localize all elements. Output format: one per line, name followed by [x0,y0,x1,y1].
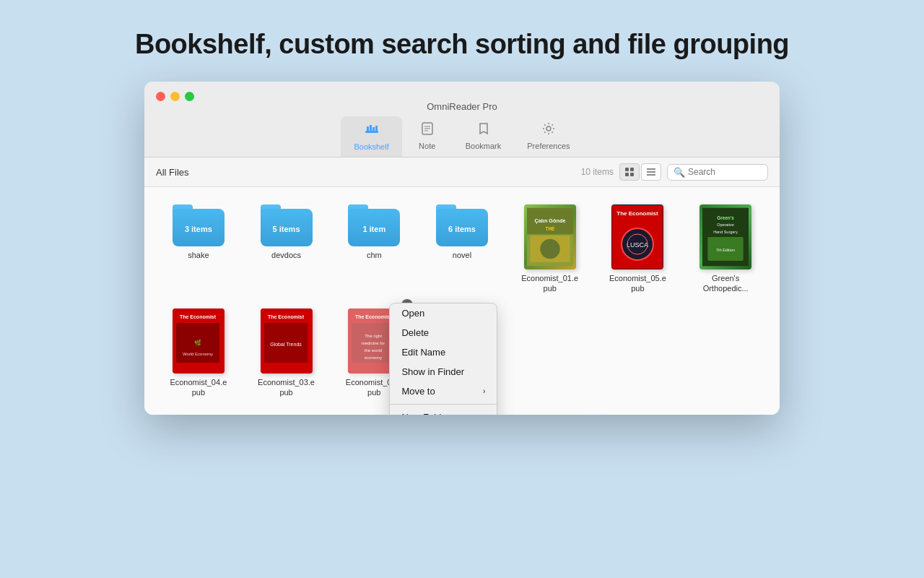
file-name-economist05: Economist_05.epub [609,273,666,294]
bookshelf-icon [364,121,380,140]
bookshelf-label: Bookshelf [354,142,388,151]
svg-text:🌿: 🌿 [194,339,201,346]
svg-text:The Economist: The Economist [267,314,304,319]
svg-rect-0 [365,131,378,133]
context-menu-edit-name[interactable]: Edit Name [390,342,497,362]
context-menu-open[interactable]: Open [390,303,497,323]
file-name-shake: shake [188,250,209,260]
grid-view-button[interactable] [619,163,640,181]
svg-rect-10 [625,168,629,171]
folder-icon-chm: 1 item [348,204,400,246]
book-cover-economist01: Çalın Gönde THE [524,204,576,269]
file-name-novel: novel [453,250,471,260]
svg-text:Global Trends: Global Trends [270,342,302,347]
context-menu-move-to[interactable]: Move to › [390,381,497,401]
folder-icon-novel: 6 items [436,204,488,246]
folder-count-devdocs: 5 items [273,225,300,233]
content-area: All Files 10 items [144,158,780,415]
file-name-economist01: Economist_01.epub [521,273,579,294]
search-icon: 🔍 [674,167,685,178]
file-item-economist03[interactable]: The Economist Global Trends Economist_03… [244,303,329,404]
file-item-economist01[interactable]: Çalın Gönde THE Economist_01.epub [507,199,593,300]
bookmark-icon [476,121,491,139]
file-item-economist05[interactable]: The Economist LUSCA Economist_05.epub [596,199,681,300]
toolbar-bookmark[interactable]: Bookmark [453,117,515,156]
svg-rect-3 [372,127,375,131]
svg-text:medicine for: medicine for [362,341,385,345]
file-item-shake[interactable]: 3 items shake [156,199,241,300]
file-item-green[interactable]: Green's Operative Hand Surgery 7th Editi… [683,199,768,300]
svg-text:The right: The right [365,334,382,338]
file-name-economist04: Economist_04.epub [170,377,227,398]
view-toggle [619,163,661,181]
folder-icon-shake: 3 items [173,204,225,246]
minimize-button[interactable] [170,92,180,101]
folder-count-novel: 6 items [448,225,476,233]
file-name-devdocs: devdocs [271,250,301,260]
svg-text:the world: the world [365,348,382,353]
content-toolbar: All Files 10 items [144,158,780,187]
search-box[interactable]: 🔍 [667,164,768,181]
preferences-label: Preferences [527,142,570,150]
book-cover-economist04: The Economist 🌿 World Economy [173,309,225,374]
move-to-chevron: › [483,387,485,395]
svg-text:The Economist: The Economist [617,210,659,217]
preferences-icon [541,121,556,139]
toolbar-preferences[interactable]: Preferences [514,117,583,156]
list-view-button[interactable] [641,163,661,181]
svg-text:The Economist: The Economist [180,314,217,319]
svg-text:Hand Surgery: Hand Surgery [713,230,738,234]
toolbar-right: 10 items [581,163,768,181]
svg-text:The Economist: The Economist [355,314,392,319]
svg-rect-11 [630,168,634,171]
file-item-economist02[interactable]: ✕ The Economist The right medicine for t… [331,303,417,404]
context-menu-divider [390,404,497,405]
app-title: OmniReader Pro [427,101,497,112]
note-icon [420,121,435,139]
svg-text:Green's: Green's [717,215,734,220]
svg-text:7th Edition: 7th Edition [716,248,735,252]
file-item-devdocs[interactable]: 5 items devdocs [244,199,329,300]
toolbar-bookshelf[interactable]: Bookshelf [341,116,401,157]
folder-count-chm: 1 item [362,225,385,233]
folder-count-shake: 3 items [185,225,212,233]
svg-rect-13 [630,173,634,176]
svg-text:THE: THE [545,226,555,231]
app-window: OmniReader Pro Bookshelf [144,82,780,415]
file-name-economist03: Economist_03.epub [258,377,315,398]
svg-rect-1 [367,126,369,131]
note-label: Note [419,142,435,150]
file-item-novel[interactable]: 6 items novel [419,199,505,300]
toolbar: Bookshelf Note [341,116,583,157]
book-cover-green: Green's Operative Hand Surgery 7th Editi… [699,204,751,269]
bookmark-label: Bookmark [466,142,502,150]
file-name-chm: chm [367,250,382,260]
folder-icon-devdocs: 5 items [261,204,313,246]
svg-text:economy: economy [365,355,382,360]
svg-text:LUSCA: LUSCA [627,241,648,249]
context-menu-delete[interactable]: Delete [390,323,497,342]
context-menu-new-folder[interactable]: New Folder [390,407,497,415]
maximize-button[interactable] [185,92,194,101]
page-title: Bookshelf, custom search sorting and fil… [135,29,789,60]
context-menu: Open Delete Edit Name Show in Finder Mov… [389,303,497,415]
titlebar: OmniReader Pro Bookshelf [144,82,780,158]
path-label: All Files [156,167,189,178]
traffic-lights [156,92,194,101]
svg-rect-4 [375,126,378,131]
book-cover-economist05: The Economist LUSCA [611,204,663,269]
close-button[interactable] [156,92,165,101]
svg-point-22 [540,239,559,259]
file-item-chm[interactable]: 1 item chm [331,199,417,300]
toolbar-note[interactable]: Note [402,117,453,156]
items-count: 10 items [581,167,614,177]
svg-text:Çalın Gönde: Çalın Gönde [534,217,565,224]
svg-rect-12 [625,173,629,176]
svg-text:World Economy: World Economy [183,352,213,356]
svg-point-9 [546,126,551,131]
search-input[interactable] [688,167,762,177]
context-menu-show-finder[interactable]: Show in Finder [390,362,497,381]
book-cover-economist03: The Economist Global Trends [261,309,313,374]
file-item-economist04[interactable]: The Economist 🌿 World Economy Economist_… [156,303,241,404]
svg-rect-2 [370,125,372,131]
